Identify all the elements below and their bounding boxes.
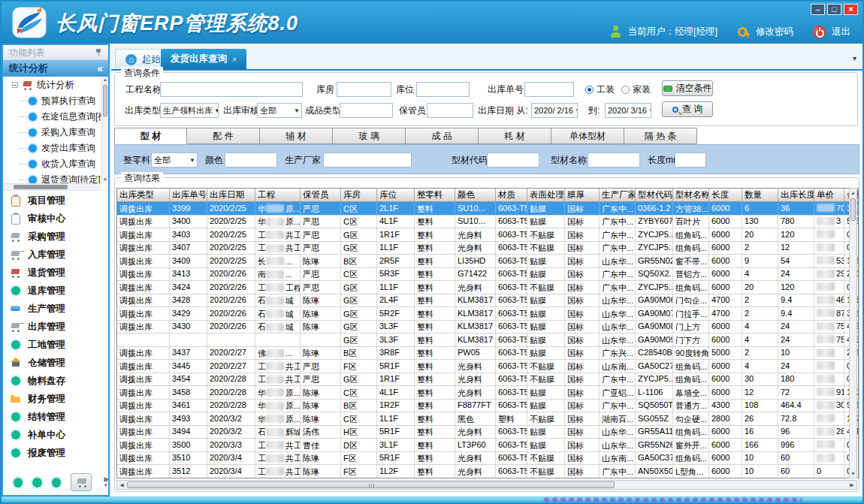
table-row[interactable]: 调拨出库34282020/2/26石城陈琳G区2L4F整料KLM38176063… xyxy=(117,294,859,308)
module-dot-icon[interactable] xyxy=(52,478,61,487)
module-dot-icon[interactable] xyxy=(14,478,23,487)
sidebar-module-退货管理[interactable]: 退货管理 xyxy=(3,264,108,282)
table-row[interactable]: 调拨出库34942020/3/2石辉城汤伟H区5R1F整料光身料6063-T5贴… xyxy=(117,426,859,439)
scroll-thumb[interactable] xyxy=(127,481,615,488)
sidebar-module-退库管理[interactable]: 退库管理 xyxy=(3,282,108,300)
material-tab[interactable]: 成 品 xyxy=(406,128,479,144)
column-header[interactable]: 出库日期 xyxy=(207,189,255,201)
scroll-down-icon[interactable]: ▼ xyxy=(102,177,108,183)
scroll-thumb[interactable] xyxy=(850,198,856,221)
scroll-down-icon[interactable]: ▼ xyxy=(850,469,856,478)
column-header[interactable]: 长度 xyxy=(709,189,742,201)
table-row[interactable]: 调拨出库34002020/2/25华原...严思C区4L1F整料SU10...6… xyxy=(117,216,859,229)
sidebar-module-入库管理[interactable]: 入库管理 xyxy=(3,246,108,264)
sidebar-module-仓储管理[interactable]: 仓储管理 xyxy=(3,354,108,372)
tree-item[interactable]: 收货入库查询 xyxy=(3,156,108,172)
sidebar-module-报废管理[interactable]: 报废管理 xyxy=(3,444,108,462)
location-input[interactable] xyxy=(416,82,470,97)
tree-item[interactable]: 采购入库查询 xyxy=(3,125,108,140)
search-button[interactable]: 查 询 xyxy=(662,101,713,117)
close-button[interactable]: × xyxy=(844,4,858,15)
table-row[interactable]: G区3L3F整料KLM38176063-T5贴膜国标山东华...GA90M09.… xyxy=(117,333,859,347)
cart-module-button[interactable] xyxy=(71,473,92,491)
column-header[interactable]: 库房 xyxy=(341,189,377,201)
table-horizontal-scrollbar[interactable]: ◀ ▶ xyxy=(116,480,857,490)
sidebar-module-审核中心[interactable]: 审核中心 xyxy=(3,210,108,228)
tree-vertical-scrollbar[interactable]: ▲ ▼ xyxy=(101,77,108,183)
scroll-thumb[interactable] xyxy=(14,185,68,189)
sidebar-module-物料盘存[interactable]: 物料盘存 xyxy=(3,372,108,390)
tree-root-node[interactable]: 统计分析 xyxy=(3,77,108,93)
column-header[interactable]: 膜厚 xyxy=(565,189,600,201)
manufacturer-input[interactable] xyxy=(323,152,412,167)
column-header[interactable]: 生产厂家 xyxy=(600,189,636,201)
profile-name-input[interactable] xyxy=(588,152,640,167)
more-modules-button[interactable]: » ▾ xyxy=(103,476,108,488)
scroll-thumb[interactable] xyxy=(103,85,107,116)
table-row[interactable]: 调拨出库34302020/2/26石城陈琳G区3L3F整料KLM38176063… xyxy=(117,321,859,334)
sidebar-module-出库管理[interactable]: 出库管理 xyxy=(3,318,108,336)
column-header[interactable]: 型材代码 xyxy=(636,189,673,201)
sidebar-module-采购管理[interactable]: 采购管理 xyxy=(3,228,108,246)
minimize-button[interactable]: – xyxy=(811,4,825,15)
table-row[interactable]: 调拨出库35122020/3/4工共工程陈琳F区1L2F整料光身料6063-T5… xyxy=(117,465,859,478)
tab-shipment-outbound-query[interactable]: 发货出库查询 × xyxy=(161,49,246,69)
tab-overflow-icon[interactable]: ▾ xyxy=(853,54,856,62)
table-row[interactable]: 调拨出库34612020/2/28华原...陈琳B区1R2F整料F8877FT6… xyxy=(117,400,859,413)
project-name-input[interactable] xyxy=(160,82,303,97)
maximize-button[interactable]: □ xyxy=(827,4,841,15)
sidebar-module-工地管理[interactable]: 工地管理 xyxy=(3,336,108,354)
table-row[interactable]: 调拨出库34372020/2/27佛...陈琳B区3R8F整料PW056063-… xyxy=(117,347,859,361)
table-row[interactable]: 调拨出库35002020/3/3工共工程曹佳D区3L1F整料LT3P606063… xyxy=(117,439,859,452)
column-header[interactable]: 库位 xyxy=(377,189,415,201)
sidebar-module-财务管理[interactable]: 财务管理 xyxy=(3,390,108,408)
scroll-left-icon[interactable]: ◀ xyxy=(117,481,126,489)
material-tab[interactable]: 单体型材 xyxy=(551,128,624,144)
material-tab[interactable]: 型 材 xyxy=(114,128,187,144)
audit-combo[interactable]: 全部▼ xyxy=(257,103,302,118)
table-row[interactable]: 调拨出库34242020/2/26工工程严思G区1L1F整料光身料6063-T5… xyxy=(117,281,859,294)
material-tab[interactable]: 辅 材 xyxy=(260,128,333,144)
material-tab[interactable]: 玻 璃 xyxy=(333,128,406,144)
column-header[interactable]: 数量 xyxy=(742,189,778,201)
column-header[interactable]: 出库类型 xyxy=(117,189,170,201)
change-password-link[interactable]: 修改密码 xyxy=(756,26,793,38)
column-header[interactable]: 材质 xyxy=(496,189,527,201)
scroll-up-icon[interactable]: ▲ xyxy=(102,77,108,83)
column-header[interactable]: 单价 xyxy=(814,189,844,201)
sidebar-section-header[interactable]: 统计分析 « xyxy=(3,60,108,77)
column-header[interactable]: 出库单号 xyxy=(170,189,207,201)
column-header[interactable]: 表面处理 xyxy=(527,189,565,201)
profile-code-input[interactable] xyxy=(487,152,539,167)
tree-item[interactable]: 发货出库查询 xyxy=(3,140,108,156)
material-tab[interactable]: 配 件 xyxy=(187,128,260,144)
module-dot-icon[interactable] xyxy=(32,478,41,487)
date-to-picker[interactable]: 2020/ 3/16▼ xyxy=(605,103,651,118)
material-tab[interactable]: 隔 热 条 xyxy=(624,128,697,144)
column-header[interactable]: 保管员 xyxy=(301,189,341,201)
column-header[interactable]: 工程 xyxy=(255,189,301,201)
collapse-icon[interactable]: « xyxy=(97,60,103,77)
scroll-right-icon[interactable]: ▶ xyxy=(847,481,856,489)
clear-conditions-button[interactable]: 清空条件 xyxy=(662,80,713,96)
tree-horizontal-scrollbar[interactable] xyxy=(3,183,101,190)
table-row[interactable]: 调拨出库34032020/2/25工共工程严思G区1R1F整料光身料6063-T… xyxy=(117,228,859,242)
length-input[interactable] xyxy=(675,152,706,167)
order-no-input[interactable] xyxy=(524,82,574,97)
product-type-input[interactable] xyxy=(340,103,393,118)
table-row[interactable]: 调拨出库34932020/3/2华原...陈琳C区1L1F整料黑色塑料不贴膜国标… xyxy=(117,412,859,426)
keeper-input[interactable] xyxy=(427,103,473,118)
column-header[interactable]: 型材名称 xyxy=(673,189,709,201)
table-row[interactable]: 调拨出库34132020/2/26南...严思C区5R3F整料G71422606… xyxy=(117,268,859,282)
whole-piece-combo[interactable]: 全部▼ xyxy=(151,152,198,167)
table-row[interactable]: 调拨出库34452020/2/27工共工程严思F区5R1F整料光身料6063-T… xyxy=(117,360,859,373)
tree-expand-icon[interactable] xyxy=(12,82,18,88)
color-input[interactable] xyxy=(225,152,277,167)
column-header[interactable]: 整零料 xyxy=(415,189,455,201)
column-header[interactable]: 出库长度 xyxy=(778,189,814,201)
table-row[interactable]: 调拨出库34582020/2/28华原...陈琳C区4L1F整料光身料6063-… xyxy=(117,386,859,400)
logout-link[interactable]: 退出 xyxy=(832,26,850,38)
pin-icon[interactable] xyxy=(95,49,102,56)
column-header[interactable]: 颜色 xyxy=(455,189,496,201)
table-row[interactable]: 调拨出库34292020/2/26石城陈琳G区5R2F整料KLM38176063… xyxy=(117,307,859,321)
